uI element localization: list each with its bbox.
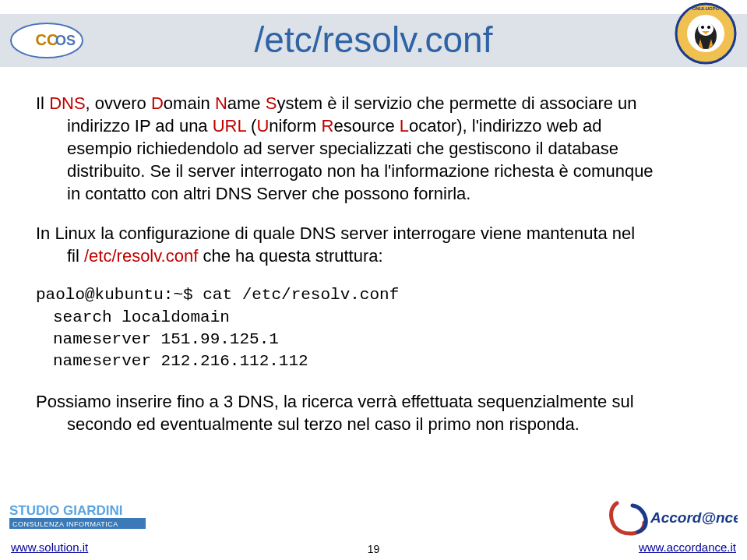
svg-text:Accord@nce: Accord@nce — [650, 509, 738, 526]
text: in contatto con altri DNS Server che pos… — [36, 182, 711, 205]
code-line: nameserver 151.99.125.1 — [36, 329, 711, 350]
text: Il — [36, 93, 49, 113]
red-text: U — [256, 116, 269, 136]
code-block: paolo@kubuntu:~$ cat /etc/resolv.conf se… — [36, 284, 711, 372]
red-text: D — [151, 93, 164, 113]
studio-giardini-logo: STUDIO GIARDINI CONSULENZA INFORMATICA — [9, 501, 150, 538]
red-text: N — [215, 93, 227, 113]
text: omain — [164, 93, 215, 113]
paragraph-3: Possiamo inserire fino a 3 DNS, la ricer… — [36, 390, 711, 435]
text: ( — [246, 116, 256, 136]
text: fil — [67, 246, 84, 266]
red-text: S — [266, 93, 277, 113]
text: ocator), l'indirizzo web ad — [409, 116, 602, 136]
paragraph-2: In Linux la configurazione di quale DNS … — [36, 222, 711, 267]
paragraph-1: Il DNS, ovvero Domain Name System è il s… — [36, 92, 711, 205]
text: Possiamo inserire fino a 3 DNS, la ricer… — [36, 390, 711, 413]
red-text: /etc/resolv.conf — [84, 246, 198, 266]
text: , ovvero — [86, 93, 151, 113]
text: distribuito. Se il server interrogato no… — [36, 160, 711, 182]
text: ystem è il servizio che permette di asso… — [277, 93, 636, 113]
red-text: R — [322, 116, 334, 136]
svg-text:GNULUGPG: GNULUGPG — [692, 6, 720, 11]
code-line: paolo@kubuntu:~$ cat /etc/resolv.conf — [36, 284, 711, 306]
content-area: Il DNS, ovvero Domain Name System è il s… — [36, 92, 711, 453]
red-text: L — [400, 116, 409, 136]
text: esource — [333, 116, 399, 136]
text: niform — [269, 116, 321, 136]
red-text: DNS — [49, 93, 85, 113]
accordance-logo: Accord@nce — [605, 499, 738, 538]
text: secondo ed eventualmente sul terzo nel c… — [36, 413, 711, 435]
svg-text:CONSULENZA INFORMATICA: CONSULENZA INFORMATICA — [12, 520, 118, 528]
page-number: 19 — [0, 543, 747, 555]
text: esempio richiedendolo ad server speciali… — [36, 137, 711, 160]
svg-text:STUDIO GIARDINI: STUDIO GIARDINI — [9, 503, 122, 518]
text: ame — [227, 93, 266, 113]
code-line: nameserver 212.216.112.112 — [36, 350, 711, 372]
page-title: /etc/resolv.conf — [0, 19, 747, 61]
red-text: URL — [213, 116, 246, 136]
text: In Linux la configurazione di quale DNS … — [36, 222, 711, 245]
text: che ha questa struttura: — [198, 246, 382, 266]
code-line: search localdomain — [36, 307, 711, 329]
text: indirizzo IP ad una — [67, 116, 213, 136]
